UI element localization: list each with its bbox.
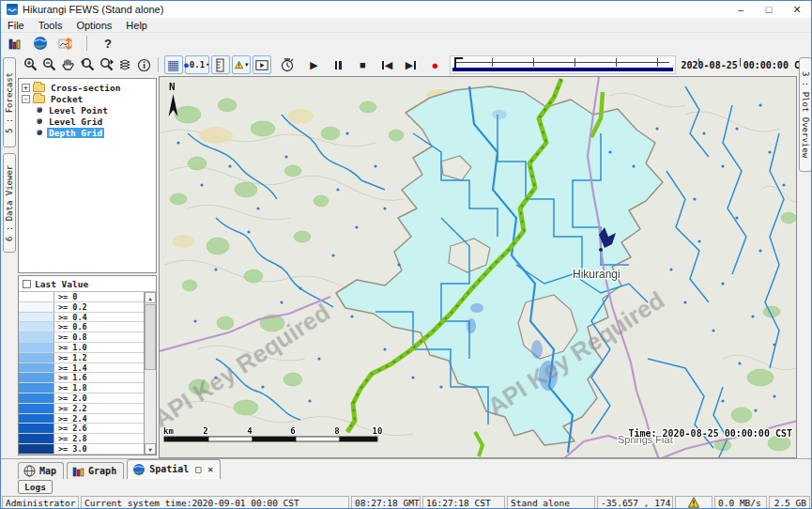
tab-plot-overview[interactable]: 3 : Plot Overview: [799, 57, 812, 172]
warning-dropdown-button[interactable]: ▾: [232, 55, 252, 74]
pause-icon: [339, 61, 342, 69]
tab-graph[interactable]: Graph: [67, 462, 124, 479]
legend-label: >= 0.2: [54, 302, 87, 312]
tab-map[interactable]: Map: [18, 462, 64, 479]
layers-button[interactable]: [115, 55, 134, 74]
legend-row[interactable]: >= 3.0: [19, 444, 144, 455]
scroll-down-icon[interactable]: ▼: [145, 443, 156, 455]
status-warning-cell[interactable]: [675, 496, 712, 509]
tab-close-icon[interactable]: ✕: [207, 464, 213, 474]
legend-row[interactable]: >= 2.2: [19, 404, 144, 414]
last-value-checkbox[interactable]: [23, 280, 31, 288]
skip-to-start-button[interactable]: ◀: [377, 55, 396, 74]
legend-color-swatch: [19, 383, 54, 393]
scalebar-toggle-button[interactable]: [211, 55, 230, 74]
profile-chart-icon: [58, 36, 74, 51]
legend-color-swatch: [19, 292, 54, 301]
legend-row[interactable]: >= 1.4: [19, 363, 144, 374]
legend-row[interactable]: >= 1.6: [19, 373, 144, 383]
legend-scrollbar[interactable]: ▲ ▼: [144, 292, 156, 455]
legend-row[interactable]: >= 0.4: [19, 313, 144, 323]
scale-bar-segments: [164, 437, 377, 441]
slider-tick: [575, 58, 575, 67]
legend-row[interactable]: >= 1.8: [19, 383, 144, 393]
memory-text: 2.5 GB: [774, 498, 806, 508]
legend-row[interactable]: >= 2.6: [19, 424, 144, 434]
legend-label: >= 2.6: [54, 424, 87, 433]
pan-button[interactable]: [59, 55, 78, 74]
zoom-in-button[interactable]: [22, 55, 40, 74]
export-movie-button[interactable]: [253, 55, 271, 74]
menu-item-help[interactable]: Help: [126, 20, 147, 31]
menu-item-options[interactable]: Options: [76, 20, 112, 31]
legend-row[interactable]: >= 0.2: [19, 302, 144, 313]
window-title: Hikurangi FEWS (Stand alone): [23, 4, 163, 15]
record-button[interactable]: ●: [425, 55, 444, 74]
tree-item-depth-grid[interactable]: Depth Grid: [22, 127, 156, 138]
menu-item-file[interactable]: File: [8, 20, 24, 31]
tree-item-label: Level Point: [47, 105, 110, 116]
hand-icon: [61, 57, 76, 72]
zoom-next-button[interactable]: [97, 55, 115, 74]
main-toolbar: ?: [1, 33, 811, 54]
map-view[interactable]: API Key Required API Key Required Hikura…: [159, 76, 797, 458]
legend-row[interactable]: >= 0: [19, 292, 144, 302]
value-threshold-dropdown[interactable]: ● 0.1 ▾: [185, 55, 209, 74]
legend-color-swatch: [19, 322, 54, 332]
tree-item-cross-section[interactable]: +Cross-section: [22, 82, 156, 93]
tab-maximize-icon[interactable]: □: [195, 464, 201, 474]
legend-row[interactable]: >= 2.8: [19, 434, 144, 444]
legend-row[interactable]: >= 0.8: [19, 332, 144, 343]
expand-icon[interactable]: +: [22, 84, 30, 92]
slider-tick: [533, 58, 534, 67]
tab-data-viewer[interactable]: 6 : Data Viewer: [3, 153, 16, 253]
scroll-up-icon[interactable]: ▲: [145, 292, 156, 303]
tree-item-level-point[interactable]: Level Point: [22, 104, 156, 116]
tree-item-level-grid[interactable]: Level Grid: [22, 116, 156, 127]
legend-color-swatch: [19, 444, 54, 454]
legend-row[interactable]: >= 2.0: [19, 393, 144, 404]
time-slider[interactable]: [450, 55, 675, 74]
magnifier-back-icon: [80, 57, 96, 72]
place-label-hikurangi: Hikurangi: [573, 268, 620, 281]
menu-item-tools[interactable]: Tools: [38, 20, 63, 31]
maximize-icon[interactable]: □: [755, 1, 783, 18]
logs-button[interactable]: Logs: [18, 480, 53, 494]
legend-row[interactable]: >= 1.2: [19, 353, 144, 363]
legend-color-swatch: [19, 353, 54, 362]
collapse-icon[interactable]: -: [22, 95, 30, 103]
tab-spatial-label: Spatial: [149, 464, 189, 474]
longitudinal-profile-button[interactable]: [56, 34, 75, 53]
legend-label: >= 1.8: [54, 383, 87, 393]
right-tab-strip: 3 : Plot Overview: [797, 55, 812, 459]
tree-item-pocket[interactable]: -Pocket: [22, 93, 156, 104]
zoom-previous-button[interactable]: [78, 55, 97, 74]
minimize-icon[interactable]: –: [727, 1, 755, 18]
spatial-display-button[interactable]: [31, 34, 50, 53]
stop-button[interactable]: ■: [353, 55, 372, 74]
legend-row[interactable]: >= 2.4: [19, 414, 144, 424]
database-display-button[interactable]: [6, 34, 24, 53]
node-bullet-icon: [37, 118, 42, 124]
map-time-label: Time: 2020-08-25 00:00:00 CST: [628, 428, 792, 439]
legend-color-swatch: [19, 302, 54, 312]
status-coordinates: -35.657 , 174.199: [597, 496, 673, 509]
tree-item-label: Level Grid: [47, 116, 104, 127]
zoom-out-button[interactable]: [40, 55, 59, 74]
scroll-thumb[interactable]: [145, 304, 156, 370]
skip-start-icon: [382, 61, 384, 69]
legend-row[interactable]: >= 0.6: [19, 322, 144, 332]
grid-toggle-button[interactable]: ▦: [164, 55, 183, 74]
pause-button[interactable]: [329, 55, 347, 74]
help-button[interactable]: ?: [99, 34, 117, 53]
warning-icon: [235, 58, 243, 71]
animation-settings-button[interactable]: [278, 55, 297, 74]
tab-spatial[interactable]: Spatial □ ✕: [127, 459, 221, 479]
play-button[interactable]: ▶: [304, 55, 323, 74]
dot-icon: ●: [184, 61, 189, 69]
close-icon[interactable]: ✕: [783, 1, 811, 18]
skip-to-end-button[interactable]: ▶: [401, 55, 420, 74]
legend-row[interactable]: >= 1.0: [19, 343, 144, 353]
info-button[interactable]: [134, 55, 153, 74]
tab-forecast[interactable]: 5 : Forecast: [3, 57, 16, 147]
